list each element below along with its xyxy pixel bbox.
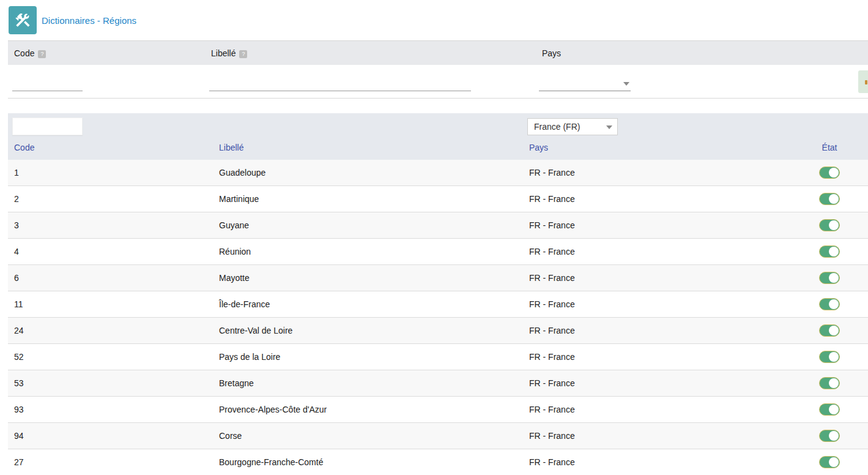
table-row: 53 Bretagne FR - France bbox=[8, 370, 868, 397]
table-row: 11 Île-de-France FR - France bbox=[8, 291, 868, 318]
table-row: 52 Pays de la Loire FR - France bbox=[8, 344, 868, 370]
etat-toggle[interactable] bbox=[819, 351, 840, 363]
table-row: 94 Corse FR - France bbox=[8, 423, 868, 449]
table-row: 2 Martinique FR - France bbox=[8, 186, 868, 212]
etat-toggle[interactable] bbox=[819, 245, 840, 258]
table-row: 4 Réunion FR - France bbox=[8, 239, 868, 265]
cell-pays: FR - France bbox=[523, 423, 791, 449]
chevron-down-icon bbox=[623, 82, 629, 86]
cell-pays: FR - France bbox=[523, 265, 791, 291]
cell-libelle: Martinique bbox=[213, 186, 523, 212]
cell-pays: FR - France bbox=[523, 239, 791, 264]
page-title: Dictionnaires - Régions bbox=[42, 15, 136, 26]
toggle-knob bbox=[829, 405, 839, 414]
cell-libelle: Provence-Alpes-Côte d'Azur bbox=[213, 397, 523, 422]
cell-code: 3 bbox=[8, 212, 213, 238]
etat-toggle[interactable] bbox=[819, 272, 840, 284]
help-icon[interactable]: ? bbox=[239, 50, 247, 58]
cell-code: 24 bbox=[8, 318, 213, 343]
etat-toggle[interactable] bbox=[819, 324, 840, 337]
toggle-knob bbox=[829, 299, 839, 309]
help-icon[interactable]: ? bbox=[38, 50, 46, 58]
pays-filter-select[interactable] bbox=[539, 77, 631, 91]
cell-libelle: Corse bbox=[213, 423, 523, 449]
column-header-code[interactable]: Code bbox=[8, 140, 213, 160]
column-header-pays[interactable]: Pays bbox=[523, 140, 791, 160]
cell-libelle: Guadeloupe bbox=[213, 160, 523, 185]
toggle-knob bbox=[829, 194, 839, 204]
toggle-knob bbox=[829, 352, 839, 362]
cell-libelle: Mayotte bbox=[213, 265, 523, 291]
filter-label-libelle: Libellé? bbox=[211, 48, 247, 58]
toggle-knob bbox=[829, 431, 839, 441]
libelle-filter-input[interactable] bbox=[209, 77, 471, 91]
column-header-etat[interactable]: État bbox=[791, 140, 868, 160]
cell-libelle: Pays de la Loire bbox=[213, 344, 523, 370]
cell-pays: FR - France bbox=[523, 318, 791, 343]
etat-toggle[interactable] bbox=[819, 403, 840, 416]
cell-pays: FR - France bbox=[523, 186, 791, 212]
toggle-knob bbox=[829, 168, 839, 178]
column-header-libelle[interactable]: Libellé bbox=[213, 140, 523, 160]
etat-toggle[interactable] bbox=[819, 219, 840, 231]
filter-inputs-row bbox=[8, 65, 868, 99]
cell-code: 11 bbox=[8, 291, 213, 317]
toggle-knob bbox=[829, 378, 839, 388]
cell-code: 93 bbox=[8, 397, 213, 422]
cell-pays: FR - France bbox=[523, 291, 791, 317]
filter-action-button[interactable] bbox=[858, 70, 868, 93]
cell-libelle: Centre-Val de Loire bbox=[213, 318, 523, 343]
etat-toggle[interactable] bbox=[819, 430, 840, 442]
column-header-row: Code Libellé Pays État bbox=[8, 140, 868, 160]
table-row: 3 Guyane FR - France bbox=[8, 212, 868, 239]
toggle-knob bbox=[829, 220, 839, 230]
etat-toggle[interactable] bbox=[819, 456, 840, 468]
cell-code: 1 bbox=[8, 160, 213, 185]
cell-code: 2 bbox=[8, 186, 213, 212]
regions-table: France (FR) Code Libellé Pays État 1 Gua… bbox=[8, 113, 868, 475]
etat-toggle[interactable] bbox=[819, 193, 840, 205]
cell-code: 4 bbox=[8, 239, 213, 264]
cell-pays: FR - France bbox=[523, 212, 791, 238]
cell-code: 27 bbox=[8, 449, 213, 475]
cell-code: 6 bbox=[8, 265, 213, 291]
table-row: 27 Bourgogne-Franche-Comté FR - France bbox=[8, 449, 868, 475]
toggle-knob bbox=[829, 247, 839, 256]
cell-pays: FR - France bbox=[523, 370, 791, 396]
cell-libelle: Guyane bbox=[213, 212, 523, 238]
pays-table-select-value: France (FR) bbox=[534, 122, 580, 132]
cell-pays: FR - France bbox=[523, 397, 791, 422]
toggle-knob bbox=[829, 273, 839, 283]
filter-label-code: Code? bbox=[14, 48, 46, 58]
cell-libelle: Bourgogne-Franche-Comté bbox=[213, 449, 523, 475]
pays-table-select[interactable]: France (FR) bbox=[527, 118, 618, 135]
table-header: France (FR) Code Libellé Pays État bbox=[8, 113, 868, 160]
chevron-down-icon bbox=[606, 125, 612, 129]
etat-toggle[interactable] bbox=[819, 377, 840, 389]
filter-header-band: Code? Libellé? Pays bbox=[8, 40, 868, 65]
app-header: Dictionnaires - Régions bbox=[0, 0, 868, 39]
toggle-knob bbox=[829, 457, 839, 467]
cell-code: 53 bbox=[8, 370, 213, 396]
cell-libelle: Bretagne bbox=[213, 370, 523, 396]
toggle-knob bbox=[829, 326, 839, 335]
table-row: 6 Mayotte FR - France bbox=[8, 265, 868, 291]
table-body: 1 Guadeloupe FR - France 2 Martinique FR… bbox=[8, 160, 868, 475]
cell-pays: FR - France bbox=[523, 449, 791, 475]
cell-pays: FR - France bbox=[523, 160, 791, 185]
cell-pays: FR - France bbox=[523, 344, 791, 370]
table-row: 1 Guadeloupe FR - France bbox=[8, 160, 868, 186]
tools-icon bbox=[9, 6, 37, 34]
etat-toggle[interactable] bbox=[819, 298, 840, 310]
cell-code: 94 bbox=[8, 423, 213, 449]
code-quick-filter-input[interactable] bbox=[12, 118, 83, 135]
table-row: 24 Centre-Val de Loire FR - France bbox=[8, 318, 868, 344]
table-row: 93 Provence-Alpes-Côte d'Azur FR - Franc… bbox=[8, 397, 868, 423]
etat-toggle[interactable] bbox=[819, 166, 840, 179]
filter-action-icon bbox=[865, 80, 867, 84]
cell-libelle: Réunion bbox=[213, 239, 523, 264]
cell-libelle: Île-de-France bbox=[213, 291, 523, 317]
filter-label-pays: Pays bbox=[542, 48, 561, 58]
code-filter-input[interactable] bbox=[12, 77, 83, 91]
cell-code: 52 bbox=[8, 344, 213, 370]
